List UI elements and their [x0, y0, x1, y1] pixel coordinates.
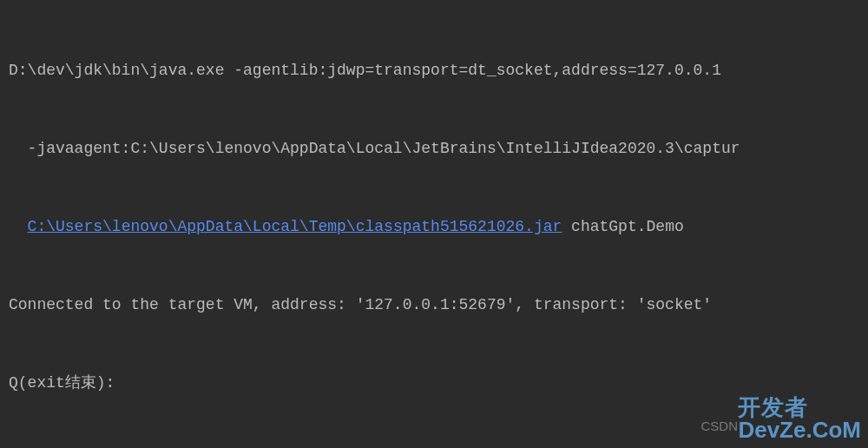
- console-line-command: D:\dev\jdk\bin\java.exe -agentlib:jdwp=t…: [9, 57, 859, 83]
- devze-watermark-bottom: DevZe.CoM: [738, 418, 861, 441]
- console-line-prompt-1: Q(exit结束):: [9, 370, 859, 396]
- csdn-watermark: CSDN: [700, 413, 738, 439]
- console-line-classpath: C:\Users\lenovo\AppData\Local\Temp\class…: [9, 214, 859, 240]
- console-output: D:\dev\jdk\bin\java.exe -agentlib:jdwp=t…: [9, 5, 859, 448]
- classpath-jar-link[interactable]: C:\Users\lenovo\AppData\Local\Temp\class…: [28, 218, 562, 235]
- devze-watermark-top: 开发者: [738, 396, 861, 418]
- console-line-javaagent: -javaagent:C:\Users\lenovo\AppData\Local…: [9, 135, 859, 161]
- console-line-connected: Connected to the target VM, address: '12…: [9, 292, 859, 318]
- main-class-text: chatGpt.Demo: [562, 218, 683, 235]
- devze-watermark: 开发者 DevZe.CoM: [738, 396, 861, 441]
